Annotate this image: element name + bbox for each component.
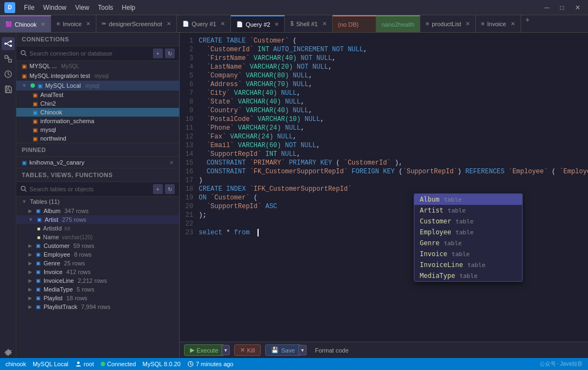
tab-designer[interactable]: ✏ designerScreenshot ✕ <box>96 15 177 32</box>
mysql-local-expand: ▼ <box>22 83 27 88</box>
connections-search-input[interactable] <box>29 50 151 57</box>
name-col-name: Name <box>43 234 59 240</box>
maximize-btn[interactable]: □ <box>557 4 567 11</box>
menu-help[interactable]: Help <box>122 4 136 11</box>
ac-artist-name: Artist <box>420 207 443 214</box>
menu-view[interactable]: View <box>75 4 89 11</box>
db-chin2[interactable]: ▣ Chin2 <box>16 99 179 108</box>
tab-shell1[interactable]: $ Shell #1 ✕ <box>285 15 332 32</box>
table-employee[interactable]: ▶ ▣ Employee 8 rows <box>16 250 179 259</box>
designer-tab-close[interactable]: ✕ <box>167 21 171 27</box>
add-table-btn[interactable]: + <box>153 184 163 194</box>
status-connection: Connected <box>101 361 136 367</box>
ac-item-employee[interactable]: Employee table <box>414 227 522 238</box>
artistid-col-icon: ■ <box>37 226 40 232</box>
table-invoice[interactable]: ▶ ▣ Invoice 412 rows <box>16 268 179 276</box>
chinook-tab-close[interactable]: ✕ <box>41 21 45 27</box>
shell1-tab-close[interactable]: ✕ <box>322 21 327 27</box>
code-line-3: 3 `FirstName` VARCHAR(40) NOT NULL, <box>180 54 588 63</box>
genre-expand: ▶ <box>28 260 32 266</box>
code-line-11: 11 `Phone` VARCHAR(24) NULL, <box>180 124 588 133</box>
table-mediatype[interactable]: ▶ ▣ MediaType 5 rows <box>16 285 179 294</box>
conn-mysql1[interactable]: ▣ MYSQL ... MySQL <box>16 61 179 71</box>
minimize-btn[interactable]: ─ <box>541 4 553 11</box>
shell1-tab-label: Shell #1 <box>296 21 318 27</box>
editor-content[interactable]: 1 CREATE TABLE `Customer` ( 2 `CustomerI… <box>180 33 588 342</box>
ac-item-mediatype[interactable]: MediaType table <box>414 270 522 281</box>
ac-invoice-name: Invoice <box>420 250 448 258</box>
invoice-table-icon: ▣ <box>36 269 41 275</box>
tab-query1[interactable]: 📄 Query #1 ✕ <box>177 15 231 32</box>
tab-nano2health[interactable]: nano2health <box>376 15 421 32</box>
tables-group-header[interactable]: ▼ Tables (11) <box>16 197 179 207</box>
db-mysql[interactable]: ▣ mysql <box>16 125 179 134</box>
tab-chinook[interactable]: 🟪 Chinook ✕ <box>0 15 51 32</box>
invoice2-tab-close[interactable]: ✕ <box>511 21 515 27</box>
connections-icon[interactable] <box>2 37 15 50</box>
db-chinook[interactable]: ▣ Chinook <box>16 108 179 117</box>
conn-mysql-local[interactable]: ▼ ▣ MySQL Local mysql <box>16 81 179 90</box>
tab-query2[interactable]: 📄 Query #2 ✕ <box>231 15 285 32</box>
artist-expand: ▼ <box>28 217 33 222</box>
tables-search-input[interactable] <box>29 186 151 192</box>
menu-window[interactable]: Window <box>43 4 66 11</box>
saved-icon[interactable] <box>2 83 15 96</box>
ac-item-artist[interactable]: Artist table <box>414 205 522 216</box>
schema-icon[interactable] <box>2 52 15 65</box>
db-chin2-label: Chin2 <box>40 100 56 107</box>
status-time-text: 7 minutes ago <box>196 361 234 367</box>
menu-tools[interactable]: Tools <box>98 4 113 11</box>
add-tab-btn[interactable]: + <box>521 15 534 32</box>
chinook-tab-label: Chinook <box>15 21 36 28</box>
query1-tab-close[interactable]: ✕ <box>220 21 225 27</box>
close-btn[interactable]: ✕ <box>572 4 584 11</box>
ac-item-invoiceline[interactable]: InvoiceLine table <box>414 259 522 270</box>
invoice-tab-close[interactable]: ✕ <box>86 21 90 27</box>
left-panel: CONNECTIONS + ↻ ▣ MYSQL ... MySQL ▣ MySQ… <box>16 33 180 358</box>
db-info-schema[interactable]: ▣ information_schema <box>16 117 179 125</box>
mediatype-rows: 5 rows <box>77 286 94 293</box>
db-analtest[interactable]: ▣ AnalTest <box>16 90 179 99</box>
table-invoiceline[interactable]: ▶ ▣ InvoiceLine 2,212 rows <box>16 276 179 285</box>
ac-item-invoice[interactable]: Invoice table <box>414 248 522 259</box>
execute-btn[interactable]: ▶ Execute <box>184 344 224 356</box>
menu-file[interactable]: File <box>24 4 34 11</box>
ac-item-genre[interactable]: Genre table <box>414 238 522 248</box>
history-icon[interactable] <box>2 68 15 81</box>
query2-tab-close[interactable]: ✕ <box>274 21 279 27</box>
analtest-icon: ▣ <box>33 92 38 98</box>
genre-rows: 25 rows <box>64 260 85 266</box>
tab-nodb[interactable]: (no DB) <box>333 15 376 32</box>
refresh-connections-btn[interactable]: ↻ <box>165 48 175 58</box>
tab-invoice2[interactable]: ≡ Invoice ✕ <box>476 15 521 32</box>
artist-rows: 275 rows <box>62 216 87 223</box>
tab-invoice[interactable]: ≡ Invoice ✕ <box>51 15 96 32</box>
refresh-tables-btn[interactable]: ↻ <box>165 184 175 194</box>
pinned-knihovna[interactable]: ▣ knihovna_v2_canary ✕ <box>16 157 179 168</box>
save-arrow-btn[interactable]: ▾ <box>298 345 307 355</box>
table-playlist[interactable]: ▶ ▣ Playlist 18 rows <box>16 294 179 302</box>
table-customer[interactable]: ▶ ▣ Customer 59 rows <box>16 241 179 250</box>
ac-item-customer[interactable]: Customer table <box>414 216 522 227</box>
add-connection-btn[interactable]: + <box>153 48 163 58</box>
conn-mysql-integration[interactable]: ▣ MySQL integration test mysql <box>16 71 179 81</box>
table-genre[interactable]: ▶ ▣ Genre 25 rows <box>16 259 179 268</box>
execute-arrow-btn[interactable]: ▾ <box>222 345 230 355</box>
pinned-close-btn[interactable]: ✕ <box>169 160 174 166</box>
tab-productlist[interactable]: ≡ productList ✕ <box>420 15 476 32</box>
table-playlisttrack[interactable]: ▶ ▣ PlaylistTrack 7,994 rows <box>16 302 179 311</box>
save-btn[interactable]: 💾 Save <box>265 344 301 356</box>
table-album[interactable]: ▶ ▣ Album 347 rows <box>16 207 179 215</box>
pinned-header: PINNED <box>16 143 179 157</box>
format-btn[interactable]: Format code <box>311 345 353 355</box>
settings-icon[interactable] <box>2 345 15 358</box>
ac-item-album[interactable]: Album table <box>414 194 522 205</box>
save-label: Save <box>281 347 295 354</box>
table-artist[interactable]: ▼ ▣ Artist 275 rows <box>16 215 179 224</box>
productlist-tab-close[interactable]: ✕ <box>465 21 470 27</box>
kill-btn[interactable]: ✕ Kill <box>234 344 261 356</box>
code-line-6: 6 `Address` VARCHAR(70) NULL, <box>180 81 588 89</box>
svg-point-16 <box>77 362 79 365</box>
connections-list: ▣ MYSQL ... MySQL ▣ MySQL integration te… <box>16 61 179 143</box>
db-northwind[interactable]: ▣ northwind <box>16 134 179 143</box>
